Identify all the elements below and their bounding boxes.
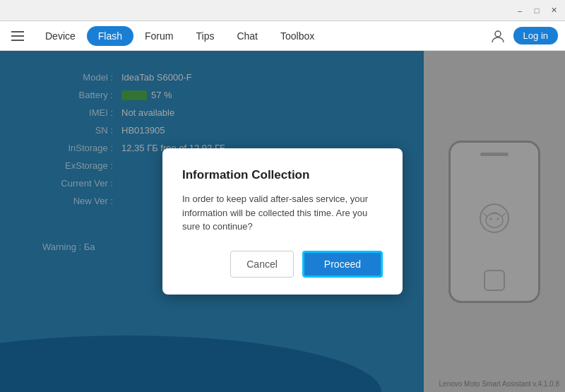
nav-item-toolbox[interactable]: Toolbox (269, 26, 326, 46)
maximize-button[interactable]: □ (531, 5, 542, 16)
title-bar: – □ ✕ (0, 0, 565, 21)
dialog-overlay: Information Collection In order to keep … (0, 51, 565, 392)
cancel-button[interactable]: Cancel (230, 251, 294, 278)
nav-item-device[interactable]: Device (34, 26, 87, 46)
minimize-button[interactable]: – (514, 5, 525, 16)
dialog-title: Information Collection (182, 168, 383, 182)
window-controls: – □ ✕ (514, 5, 559, 16)
nav-item-forum[interactable]: Forum (133, 26, 184, 46)
dialog-message: In order to keep valid after-sales servi… (182, 192, 383, 234)
nav-right: Log in (488, 26, 558, 46)
user-icon[interactable] (488, 26, 508, 46)
nav-item-flash[interactable]: Flash (87, 26, 133, 46)
nav-item-chat[interactable]: Chat (225, 26, 269, 46)
nav-item-tips[interactable]: Tips (184, 26, 225, 46)
svg-point-0 (495, 31, 501, 37)
close-button[interactable]: ✕ (548, 5, 559, 16)
dialog-buttons: Cancel Proceed (182, 251, 383, 278)
main-area: Model : IdeaTab S6000-F Battery : 57 % I… (0, 51, 565, 392)
login-button[interactable]: Log in (513, 27, 558, 44)
dialog: Information Collection In order to keep … (162, 148, 403, 295)
proceed-button[interactable]: Proceed (302, 251, 383, 278)
menu-icon[interactable] (7, 25, 28, 47)
nav-bar: Device Flash Forum Tips Chat Toolbox Log… (0, 21, 565, 51)
